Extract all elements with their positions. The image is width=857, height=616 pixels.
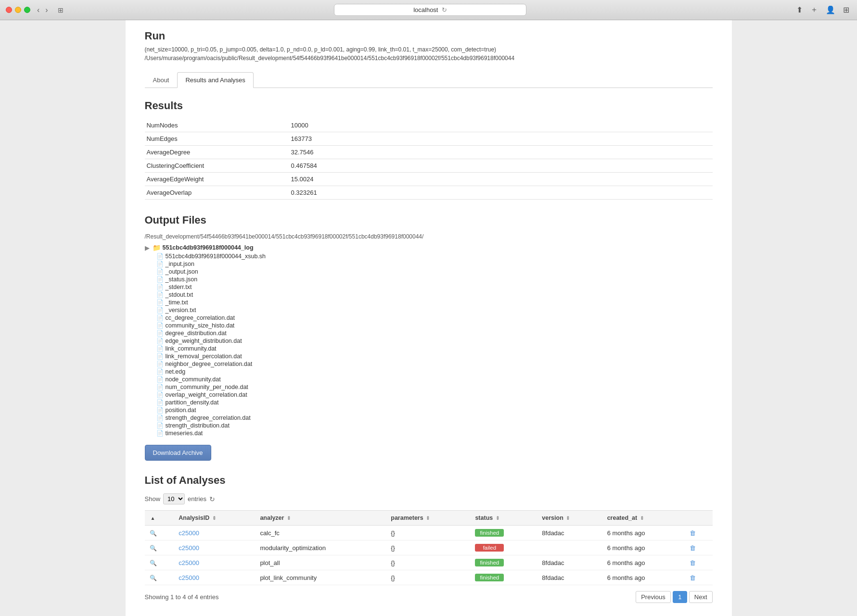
file-name[interactable]: 551cbc4db93f96918f000044_xsub.sh <box>166 253 266 260</box>
sidebar-toggle-button[interactable]: ⊞ <box>55 5 66 15</box>
file-name[interactable]: _stderr.txt <box>166 284 192 290</box>
file-item: 📄num_community_per_node.dat <box>156 383 713 391</box>
file-icon: 📄 <box>156 322 164 329</box>
delete-icon[interactable]: 🗑 <box>690 559 696 566</box>
parameters-cell: {} <box>386 541 470 555</box>
tree-expand-icon[interactable]: ▶ <box>145 244 150 251</box>
file-name[interactable]: cc_degree_correlation.dat <box>166 314 235 321</box>
results-row: AverageDegree32.7546 <box>145 146 713 159</box>
results-table: NumNodes10000NumEdges163773AverageDegree… <box>145 119 713 200</box>
refresh-analyses-icon[interactable]: ↻ <box>209 495 215 503</box>
file-name[interactable]: overlap_weight_correlation.dat <box>166 391 247 398</box>
file-name[interactable]: _time.txt <box>166 299 188 306</box>
toolbar-right: ⬆ ＋ 👤 ⊞ <box>794 4 851 16</box>
analysis-id-link[interactable]: c25000 <box>179 574 199 581</box>
file-icon: 📄 <box>156 430 164 437</box>
show-label: Show <box>145 495 161 503</box>
file-name[interactable]: _version.txt <box>166 307 196 314</box>
tab-about[interactable]: About <box>145 72 178 88</box>
file-item: 📄_input.json <box>156 260 713 268</box>
file-name[interactable]: community_size_histo.dat <box>166 322 235 329</box>
result-value: 32.7546 <box>289 146 713 159</box>
col-version[interactable]: version ⇕ <box>537 511 602 526</box>
table-row: 🔍 c25000 plot_all {} finished 8fdadac 6 … <box>145 555 713 570</box>
run-title: Run <box>145 30 713 42</box>
file-name[interactable]: timeseries.dat <box>166 430 203 437</box>
status-cell: finished <box>470 555 537 570</box>
file-name[interactable]: link_removal_percolation.dat <box>166 353 242 360</box>
file-icon: 📄 <box>156 376 164 383</box>
showing-text: Showing 1 to 4 of 4 entries <box>145 593 219 601</box>
col-analysis-id[interactable]: AnalysisID ⇕ <box>174 511 255 526</box>
minimize-button[interactable] <box>15 7 21 13</box>
file-item: 📄_stdout.txt <box>156 291 713 299</box>
file-list: 📄551cbc4db93f96918f000044_xsub.sh📄_input… <box>156 252 713 437</box>
account-button[interactable]: 👤 <box>824 4 837 15</box>
col-analyzer[interactable]: analyzer ⇕ <box>255 511 386 526</box>
file-name[interactable]: node_community.dat <box>166 376 221 383</box>
download-archive-button[interactable]: Download Archive <box>145 445 211 461</box>
col-created-at[interactable]: created_at ⇕ <box>602 511 685 526</box>
tab-results-and-analyses[interactable]: Results and Analyses <box>177 72 253 88</box>
next-page-button[interactable]: Next <box>689 591 713 603</box>
show-entries-select[interactable]: 10 25 50 <box>163 493 185 504</box>
forward-button[interactable]: › <box>43 6 50 14</box>
file-name[interactable]: edge_weight_distribution.dat <box>166 338 242 344</box>
analysis-id-link[interactable]: c25000 <box>179 544 199 552</box>
previous-page-button[interactable]: Previous <box>636 591 671 603</box>
pagination-controls: Previous 1 Next <box>636 591 712 603</box>
row-search-icon: 🔍 <box>145 555 174 570</box>
file-name[interactable]: _stdout.txt <box>166 291 193 298</box>
analysis-id-link[interactable]: c25000 <box>179 529 199 537</box>
file-name[interactable]: _status.json <box>166 276 198 283</box>
file-item: 📄cc_degree_correlation.dat <box>156 314 713 322</box>
file-name[interactable]: net.edg <box>166 368 186 375</box>
col-parameters[interactable]: parameters ⇕ <box>386 511 470 526</box>
file-name[interactable]: neighbor_degree_correlation.dat <box>166 361 253 367</box>
delete-cell: 🗑 <box>685 526 712 541</box>
results-row: NumNodes10000 <box>145 119 713 132</box>
share-button[interactable]: ⬆ <box>794 4 805 15</box>
file-name[interactable]: strength_degree_correlation.dat <box>166 415 251 421</box>
delete-icon[interactable]: 🗑 <box>690 544 696 552</box>
file-icon: 📄 <box>156 291 164 298</box>
analysis-id-cell: c25000 <box>174 541 255 555</box>
run-params: (net_size=10000, p_tri=0.05, p_jump=0.00… <box>145 45 713 63</box>
current-page: 1 <box>673 591 687 603</box>
col-sort[interactable]: ▲ <box>145 511 174 526</box>
close-button[interactable] <box>6 7 12 13</box>
file-name[interactable]: _output.json <box>166 268 198 275</box>
maximize-button[interactable] <box>24 7 30 13</box>
delete-icon[interactable]: 🗑 <box>690 529 696 537</box>
browser-chrome: ‹ › ⊞ localhost ↻ ⬆ ＋ 👤 ⊞ <box>0 0 857 20</box>
file-name[interactable]: _input.json <box>166 261 194 267</box>
delete-icon[interactable]: 🗑 <box>690 574 696 581</box>
file-item: 📄_version.txt <box>156 306 713 314</box>
analyses-table: ▲ AnalysisID ⇕ analyzer ⇕ parameters ⇕ s… <box>145 510 713 585</box>
file-item: 📄community_size_histo.dat <box>156 322 713 329</box>
file-item: 📄link_removal_percolation.dat <box>156 352 713 360</box>
analysis-id-link[interactable]: c25000 <box>179 559 199 566</box>
file-name[interactable]: link_community.dat <box>166 345 217 352</box>
file-name[interactable]: partition_density.dat <box>166 399 219 406</box>
refresh-button[interactable]: ↻ <box>442 6 447 13</box>
col-status[interactable]: status ⇕ <box>470 511 537 526</box>
add-tab-button[interactable]: ＋ <box>808 4 820 16</box>
row-search-icon: 🔍 <box>145 526 174 541</box>
analyzer-cell: modularity_optimization <box>255 541 386 555</box>
file-icon: 📄 <box>156 368 164 375</box>
root-folder-name: 551cbc4db93f96918f000044_log <box>163 244 254 251</box>
address-bar[interactable]: localhost ↻ <box>334 4 526 16</box>
file-icon: 📄 <box>156 307 164 314</box>
file-name[interactable]: strength_distribution.dat <box>166 422 230 429</box>
file-name[interactable]: position.dat <box>166 407 196 414</box>
created-at-cell: 6 months ago <box>602 555 685 570</box>
result-key: ClusteringCoefficient <box>145 159 289 173</box>
result-key: AverageEdgeWeight <box>145 173 289 186</box>
parameters-cell: {} <box>386 526 470 541</box>
more-button[interactable]: ⊞ <box>841 4 851 15</box>
back-button[interactable]: ‹ <box>35 6 41 14</box>
file-name[interactable]: num_community_per_node.dat <box>166 384 248 390</box>
file-item: 📄timeseries.dat <box>156 429 713 437</box>
file-name[interactable]: degree_distribution.dat <box>166 330 227 337</box>
